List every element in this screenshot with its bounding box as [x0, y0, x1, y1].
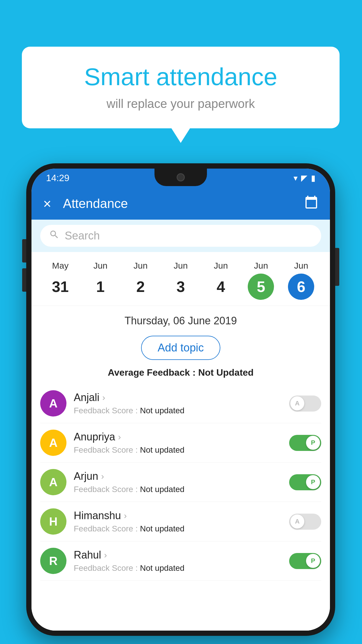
attendance-toggle-himanshu[interactable]: A: [289, 514, 321, 530]
phone-frame: 14:29 ▾ ◤ ▮ × Attendance: [26, 163, 335, 636]
student-info-rahul: Rahul › Feedback Score : Not updated: [74, 549, 289, 573]
student-avatar-arjun: A: [40, 469, 66, 495]
date-item-jun1[interactable]: Jun 1: [80, 258, 121, 303]
student-name-himanshu: Himanshu ›: [74, 510, 289, 522]
add-topic-button[interactable]: Add topic: [141, 336, 220, 360]
chevron-icon: ›: [124, 511, 127, 521]
student-name-anupriya: Anupriya ›: [74, 431, 289, 443]
speech-bubble-title: Smart attendance: [39, 63, 322, 91]
phone-notch: [154, 169, 207, 186]
toggle-present-anupriya[interactable]: P: [289, 435, 321, 451]
student-avatar-anupriya: A: [40, 430, 66, 456]
chevron-icon: ›: [104, 550, 107, 560]
chevron-icon: ›: [102, 393, 105, 402]
status-time: 14:29: [46, 173, 69, 183]
date-item-jun5[interactable]: Jun 5: [241, 258, 281, 303]
attendance-toggle-arjun[interactable]: P: [289, 474, 321, 490]
date-item-jun2[interactable]: Jun 2: [120, 258, 161, 303]
battery-icon: ▮: [311, 173, 315, 183]
chevron-icon: ›: [101, 471, 104, 481]
student-avatar-rahul: R: [40, 548, 66, 574]
student-name-rahul: Rahul ›: [74, 549, 289, 561]
student-feedback-rahul: Feedback Score : Not updated: [74, 564, 289, 573]
student-row-arjun[interactable]: A Arjun › Feedback Score : Not updated: [40, 463, 321, 502]
student-name-anjali: Anjali ›: [74, 391, 289, 404]
student-name-arjun: Arjun ›: [74, 470, 289, 482]
student-feedback-anupriya: Feedback Score : Not updated: [74, 445, 289, 455]
selected-date-display: Thursday, 06 June 2019: [31, 306, 330, 333]
avg-feedback-value: Not Updated: [198, 367, 254, 378]
search-input-label: Search: [65, 230, 100, 242]
speech-bubble-subtitle: will replace your paperwork: [39, 97, 322, 111]
average-feedback: Average Feedback : Not Updated: [31, 367, 330, 378]
student-info-himanshu: Himanshu › Feedback Score : Not updated: [74, 510, 289, 533]
app-bar: × Attendance: [31, 188, 330, 220]
attendance-toggle-rahul[interactable]: P: [289, 553, 321, 569]
student-row-anjali[interactable]: A Anjali › Feedback Score : Not updated …: [40, 384, 321, 423]
speech-bubble: Smart attendance will replace your paper…: [22, 47, 340, 128]
toggle-absent-anjali[interactable]: A: [289, 396, 321, 412]
toggle-present-rahul[interactable]: P: [289, 553, 321, 569]
toggle-absent-himanshu[interactable]: A: [289, 514, 321, 530]
student-avatar-anjali: A: [40, 390, 66, 416]
student-info-anupriya: Anupriya › Feedback Score : Not updated: [74, 431, 289, 455]
vol-up-button: [22, 239, 26, 262]
speech-bubble-container: Smart attendance will replace your paper…: [22, 47, 340, 128]
student-list: A Anjali › Feedback Score : Not updated …: [31, 384, 330, 581]
status-icons: ▾ ◤ ▮: [294, 173, 315, 183]
search-bar[interactable]: Search: [40, 225, 321, 247]
date-item-jun6[interactable]: Jun 6: [281, 258, 321, 303]
student-row-rahul[interactable]: R Rahul › Feedback Score : Not updated: [40, 541, 321, 581]
calendar-icon[interactable]: [304, 195, 318, 212]
student-row-anupriya[interactable]: A Anupriya › Feedback Score : Not update…: [40, 423, 321, 463]
phone-camera: [177, 173, 185, 181]
phone-screen: 14:29 ▾ ◤ ▮ × Attendance: [31, 169, 330, 631]
vol-down-button: [22, 268, 26, 292]
chevron-icon: ›: [118, 432, 121, 442]
attendance-toggle-anupriya[interactable]: P: [289, 435, 321, 451]
student-info-anjali: Anjali › Feedback Score : Not updated: [74, 391, 289, 415]
search-icon: [49, 229, 59, 242]
date-scroller[interactable]: May 31 Jun 1 Jun 2 Jun 3 Jun 4: [31, 252, 330, 306]
date-item-may31[interactable]: May 31: [40, 258, 80, 303]
date-item-jun3[interactable]: Jun 3: [161, 258, 201, 303]
student-feedback-himanshu: Feedback Score : Not updated: [74, 524, 289, 533]
avg-feedback-label: Average Feedback :: [108, 367, 196, 378]
student-avatar-himanshu: H: [40, 508, 66, 535]
student-feedback-arjun: Feedback Score : Not updated: [74, 485, 289, 494]
signal-icon: ◤: [301, 173, 307, 183]
student-row-himanshu[interactable]: H Himanshu › Feedback Score : Not update…: [40, 502, 321, 541]
student-feedback-anjali: Feedback Score : Not updated: [74, 406, 289, 415]
content-area: May 31 Jun 1 Jun 2 Jun 3 Jun 4: [31, 252, 330, 631]
toggle-present-arjun[interactable]: P: [289, 474, 321, 490]
power-button: [335, 248, 339, 286]
close-button[interactable]: ×: [43, 196, 51, 212]
wifi-icon: ▾: [294, 173, 298, 183]
student-info-arjun: Arjun › Feedback Score : Not updated: [74, 470, 289, 494]
attendance-toggle-anjali[interactable]: A: [289, 396, 321, 412]
date-item-jun4[interactable]: Jun 4: [201, 258, 241, 303]
search-bar-container: Search: [31, 220, 330, 252]
app-bar-title: Attendance: [63, 196, 304, 211]
